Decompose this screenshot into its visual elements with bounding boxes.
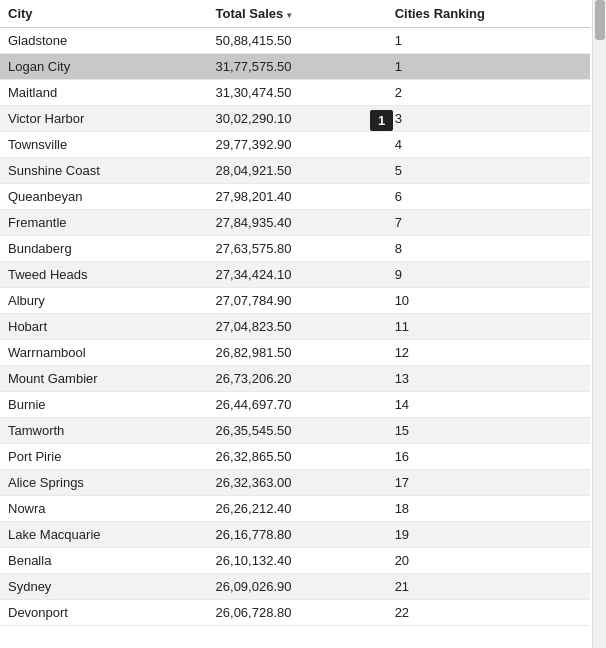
- cell-city: Townsville: [0, 132, 208, 158]
- cell-city: Albury: [0, 288, 208, 314]
- tooltip-popup: 1: [370, 110, 393, 131]
- cell-city: Warrnambool: [0, 340, 208, 366]
- cell-city: Hobart: [0, 314, 208, 340]
- cell-rank: 1: [387, 54, 590, 80]
- cell-rank: 13: [387, 366, 590, 392]
- cell-rank: 14: [387, 392, 590, 418]
- scrollbar[interactable]: [592, 0, 606, 648]
- cell-city: Sunshine Coast: [0, 158, 208, 184]
- cell-rank: 10: [387, 288, 590, 314]
- cell-total-sales: 29,77,392.90: [208, 132, 387, 158]
- table-body: Gladstone50,88,415.501Logan City31,77,57…: [0, 28, 590, 626]
- cell-rank: 3: [387, 106, 590, 132]
- cell-city: Alice Springs: [0, 470, 208, 496]
- cell-rank: 12: [387, 340, 590, 366]
- table-row[interactable]: Port Pirie26,32,865.5016: [0, 444, 590, 470]
- cell-city: Bundaberg: [0, 236, 208, 262]
- table-row[interactable]: Lake Macquarie26,16,778.8019: [0, 522, 590, 548]
- table-row[interactable]: Hobart27,04,823.5011: [0, 314, 590, 340]
- cell-rank: 20: [387, 548, 590, 574]
- cell-rank: 2: [387, 80, 590, 106]
- table-row[interactable]: Burnie26,44,697.7014: [0, 392, 590, 418]
- cell-rank: 7: [387, 210, 590, 236]
- table-row[interactable]: Victor Harbor30,02,290.103: [0, 106, 590, 132]
- cell-total-sales: 26,10,132.40: [208, 548, 387, 574]
- cell-total-sales: 27,07,784.90: [208, 288, 387, 314]
- table-row[interactable]: Albury27,07,784.9010: [0, 288, 590, 314]
- table-row[interactable]: Tweed Heads27,34,424.109: [0, 262, 590, 288]
- cell-rank: 5: [387, 158, 590, 184]
- table-row[interactable]: Bundaberg27,63,575.808: [0, 236, 590, 262]
- scrollbar-thumb[interactable]: [595, 0, 605, 40]
- cell-total-sales: 26,06,728.80: [208, 600, 387, 626]
- cell-city: Lake Macquarie: [0, 522, 208, 548]
- cell-city: Nowra: [0, 496, 208, 522]
- cell-total-sales: 27,84,935.40: [208, 210, 387, 236]
- cell-total-sales: 26,44,697.70: [208, 392, 387, 418]
- cell-total-sales: 26,26,212.40: [208, 496, 387, 522]
- cell-rank: 4: [387, 132, 590, 158]
- data-table-container: City Total Sales Cities Ranking Gladston…: [0, 0, 590, 648]
- cell-total-sales: 26,73,206.20: [208, 366, 387, 392]
- cell-total-sales: 27,34,424.10: [208, 262, 387, 288]
- table-row[interactable]: Mount Gambier26,73,206.2013: [0, 366, 590, 392]
- table-row[interactable]: Queanbeyan27,98,201.406: [0, 184, 590, 210]
- table-row[interactable]: Benalla26,10,132.4020: [0, 548, 590, 574]
- cell-rank: 19: [387, 522, 590, 548]
- table-row[interactable]: Warrnambool26,82,981.5012: [0, 340, 590, 366]
- table-row[interactable]: Maitland31,30,474.502: [0, 80, 590, 106]
- cell-city: Victor Harbor: [0, 106, 208, 132]
- cell-city: Queanbeyan: [0, 184, 208, 210]
- cell-total-sales: 27,04,823.50: [208, 314, 387, 340]
- cell-city: Port Pirie: [0, 444, 208, 470]
- cell-city: Fremantle: [0, 210, 208, 236]
- cell-city: Logan City: [0, 54, 208, 80]
- cell-rank: 9: [387, 262, 590, 288]
- cell-city: Tamworth: [0, 418, 208, 444]
- cell-rank: 1: [387, 28, 590, 54]
- cell-rank: 6: [387, 184, 590, 210]
- cell-city: Maitland: [0, 80, 208, 106]
- table-row[interactable]: Fremantle27,84,935.407: [0, 210, 590, 236]
- cell-rank: 16: [387, 444, 590, 470]
- cell-city: Sydney: [0, 574, 208, 600]
- cell-total-sales: 31,77,575.50: [208, 54, 387, 80]
- cell-rank: 15: [387, 418, 590, 444]
- cell-city: Devonport: [0, 600, 208, 626]
- cell-total-sales: 27,98,201.40: [208, 184, 387, 210]
- cell-total-sales: 26,16,778.80: [208, 522, 387, 548]
- cell-total-sales: 27,63,575.80: [208, 236, 387, 262]
- cell-city: Benalla: [0, 548, 208, 574]
- cell-rank: 21: [387, 574, 590, 600]
- cell-total-sales: 26,82,981.50: [208, 340, 387, 366]
- table-row[interactable]: Nowra26,26,212.4018: [0, 496, 590, 522]
- cell-rank: 11: [387, 314, 590, 340]
- column-header-city[interactable]: City: [0, 0, 208, 28]
- cell-total-sales: 26,32,363.00: [208, 470, 387, 496]
- cell-rank: 18: [387, 496, 590, 522]
- cell-total-sales: 26,32,865.50: [208, 444, 387, 470]
- column-header-total-sales[interactable]: Total Sales: [208, 0, 387, 28]
- cell-rank: 22: [387, 600, 590, 626]
- cell-total-sales: 30,02,290.10: [208, 106, 387, 132]
- table-row[interactable]: Sydney26,09,026.9021: [0, 574, 590, 600]
- table-row[interactable]: Logan City31,77,575.501: [0, 54, 590, 80]
- table-row[interactable]: Gladstone50,88,415.501: [0, 28, 590, 54]
- cell-city: Gladstone: [0, 28, 208, 54]
- cell-rank: 8: [387, 236, 590, 262]
- cell-city: Tweed Heads: [0, 262, 208, 288]
- column-header-cities-ranking[interactable]: Cities Ranking: [387, 0, 590, 28]
- table-row[interactable]: Townsville29,77,392.904: [0, 132, 590, 158]
- data-table: City Total Sales Cities Ranking Gladston…: [0, 0, 590, 626]
- table-row[interactable]: Sunshine Coast28,04,921.505: [0, 158, 590, 184]
- cell-total-sales: 26,09,026.90: [208, 574, 387, 600]
- cell-city: Mount Gambier: [0, 366, 208, 392]
- cell-total-sales: 31,30,474.50: [208, 80, 387, 106]
- cell-total-sales: 26,35,545.50: [208, 418, 387, 444]
- table-row[interactable]: Devonport26,06,728.8022: [0, 600, 590, 626]
- cell-total-sales: 28,04,921.50: [208, 158, 387, 184]
- table-header-row: City Total Sales Cities Ranking: [0, 0, 590, 28]
- cell-city: Burnie: [0, 392, 208, 418]
- table-row[interactable]: Alice Springs26,32,363.0017: [0, 470, 590, 496]
- table-row[interactable]: Tamworth26,35,545.5015: [0, 418, 590, 444]
